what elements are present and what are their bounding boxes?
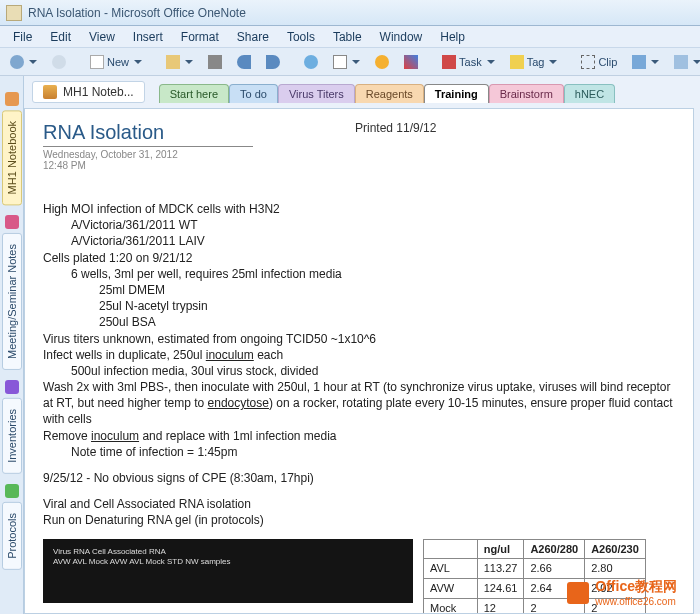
- watermark: Office教程网 www.office26.com: [567, 578, 677, 607]
- new-label: New: [107, 56, 129, 68]
- th: ng/ul: [477, 539, 524, 559]
- line: 25ul N-acetyl trypsin: [43, 298, 675, 314]
- page-canvas[interactable]: Printed 11/9/12 RNA Isolation Wednesday,…: [24, 108, 694, 614]
- tab-hnec[interactable]: hNEC: [564, 84, 615, 103]
- sidebar-icon-protocols[interactable]: [5, 484, 19, 498]
- menubar: File Edit View Insert Format Share Tools…: [0, 26, 700, 48]
- sidebar-tab-inventories[interactable]: Inventories: [2, 398, 22, 474]
- clipboard-button[interactable]: [160, 52, 199, 72]
- menu-help[interactable]: Help: [433, 28, 472, 46]
- table-button[interactable]: [327, 52, 366, 72]
- line: Virus titers unknown, estimated from ong…: [43, 331, 675, 347]
- line: 500ul infection media, 30ul virus stock,…: [43, 363, 675, 379]
- forward-button[interactable]: [46, 52, 72, 72]
- window-titlebar: RNA Isolation - Microsoft Office OneNote: [0, 0, 700, 26]
- menu-tools[interactable]: Tools: [280, 28, 322, 46]
- tab-brainstorm[interactable]: Brainstorm: [489, 84, 564, 103]
- section-tabs: Start here To do Virus Titers Reagents T…: [159, 83, 615, 102]
- clip-button[interactable]: Clip: [575, 52, 623, 72]
- tab-start-here[interactable]: Start here: [159, 84, 229, 103]
- menu-file[interactable]: File: [6, 28, 39, 46]
- undo-button[interactable]: [231, 52, 257, 72]
- watermark-brand: Office教程网: [595, 578, 677, 596]
- gel-image: Virus RNA Cell Associated RNA AVW AVL Mo…: [43, 539, 413, 603]
- line: Cells plated 1:20 on 9/21/12: [43, 250, 675, 266]
- line: Run on Denaturing RNA gel (in protocols): [43, 512, 675, 528]
- task-button[interactable]: Task: [436, 52, 501, 72]
- notebook-picker[interactable]: MH1 Noteb...: [32, 81, 145, 103]
- window-title: RNA Isolation - Microsoft Office OneNote: [28, 6, 246, 20]
- line: Infect wells in duplicate, 250ul inoculu…: [43, 347, 675, 363]
- th: A260/280: [524, 539, 585, 559]
- redo-button[interactable]: [260, 52, 286, 72]
- tab-reagents[interactable]: Reagents: [355, 84, 424, 103]
- menu-table[interactable]: Table: [326, 28, 369, 46]
- time-button[interactable]: [369, 52, 395, 72]
- note-body[interactable]: High MOI infection of MDCK cells with H3…: [43, 201, 675, 614]
- page-time: 12:48 PM: [43, 160, 675, 171]
- line: 25ml DMEM: [43, 282, 675, 298]
- menu-window[interactable]: Window: [373, 28, 430, 46]
- sidebar-tab-protocols[interactable]: Protocols: [2, 502, 22, 570]
- menu-view[interactable]: View: [82, 28, 122, 46]
- line: Viral and Cell Associated RNA isolation: [43, 496, 675, 512]
- page-date: Wednesday, October 31, 2012: [43, 149, 675, 160]
- printed-label: Printed 11/9/12: [355, 121, 436, 135]
- task-label: Task: [459, 56, 482, 68]
- hyperlink-button[interactable]: [298, 52, 324, 72]
- sidebar-icon-meeting[interactable]: [5, 215, 19, 229]
- line: High MOI infection of MDCK cells with H3…: [43, 201, 675, 217]
- notebook-name: MH1 Noteb...: [63, 85, 134, 99]
- insert-button[interactable]: [626, 52, 665, 72]
- sidebar-expand-icon[interactable]: [5, 92, 19, 106]
- app-icon: [6, 5, 22, 21]
- tag-label: Tag: [527, 56, 545, 68]
- line: Wash 2x with 3ml PBS-, then inoculate wi…: [43, 379, 675, 428]
- menu-insert[interactable]: Insert: [126, 28, 170, 46]
- tab-training[interactable]: Training: [424, 84, 489, 103]
- extras-button[interactable]: [668, 52, 700, 72]
- watermark-logo-icon: [567, 582, 589, 604]
- th: A260/230: [585, 539, 646, 559]
- menu-share[interactable]: Share: [230, 28, 276, 46]
- notebook-sidebar: MH1 Notebook Meeting/Seminar Notes Inven…: [0, 76, 24, 614]
- new-button[interactable]: New: [84, 52, 148, 72]
- sidebar-icon-inventories[interactable]: [5, 380, 19, 394]
- tag-button[interactable]: Tag: [504, 52, 564, 72]
- color-button[interactable]: [398, 52, 424, 72]
- line: 6 wells, 3ml per well, requires 25ml inf…: [43, 266, 675, 282]
- line: 250ul BSA: [43, 314, 675, 330]
- line: A/Victoria/361/2011 LAIV: [43, 233, 675, 249]
- tab-virus-titers[interactable]: Virus Titers: [278, 84, 355, 103]
- watermark-url: www.office26.com: [595, 596, 677, 607]
- line: 9/25/12 - No obvious signs of CPE (8:30a…: [43, 470, 675, 486]
- sidebar-tab-meeting[interactable]: Meeting/Seminar Notes: [2, 233, 22, 370]
- menu-format[interactable]: Format: [174, 28, 226, 46]
- tab-to-do[interactable]: To do: [229, 84, 278, 103]
- notebook-icon: [43, 85, 57, 99]
- menu-edit[interactable]: Edit: [43, 28, 78, 46]
- print-button[interactable]: [202, 52, 228, 72]
- line: Remove inoculum and replace with 1ml inf…: [43, 428, 675, 444]
- sidebar-tab-mh1[interactable]: MH1 Notebook: [2, 110, 22, 205]
- line: Note time of infection = 1:45pm: [43, 444, 675, 460]
- line: A/Victoria/361/2011 WT: [43, 217, 675, 233]
- table-row: AVL113.272.662.80: [424, 559, 646, 579]
- back-button[interactable]: [4, 52, 43, 72]
- toolbar: New Task Tag Clip 100% ? Calibri: [0, 48, 700, 76]
- clip-label: Clip: [598, 56, 617, 68]
